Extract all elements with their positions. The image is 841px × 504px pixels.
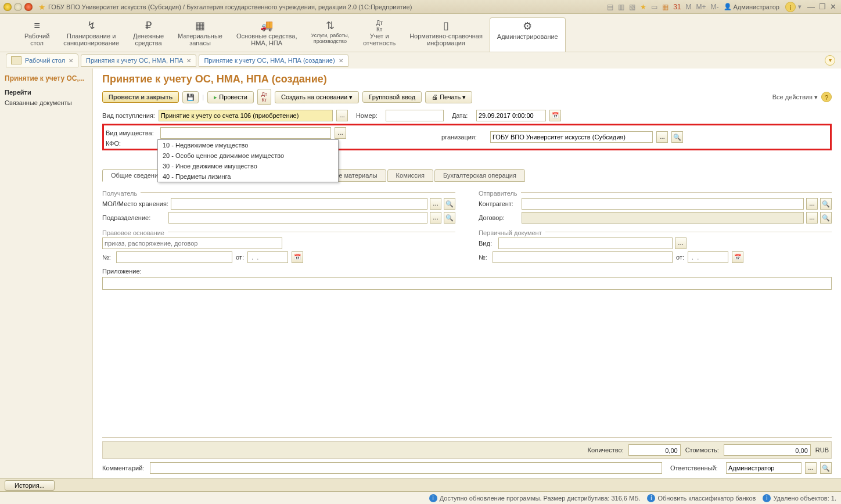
- primary-date-input[interactable]: [688, 251, 728, 263]
- tabs-dropdown-icon[interactable]: ▾: [825, 55, 835, 66]
- kontr-input[interactable]: [522, 198, 804, 210]
- main-menu: ≡Рабочий стол ↯Планирование и санкционир…: [0, 14, 841, 52]
- primary-vid-input[interactable]: [498, 237, 673, 249]
- qty-value: 0,00: [628, 444, 681, 456]
- calendar-icon[interactable]: 31: [672, 3, 682, 11]
- menu-admin[interactable]: ⚙Администрирование: [490, 17, 566, 52]
- all-actions-button[interactable]: Все действия ▾: [772, 93, 818, 101]
- primary-no-input[interactable]: [493, 251, 673, 263]
- dropdown-option[interactable]: 30 - Иное движимое имущество: [158, 161, 338, 171]
- vid-imusch-select-button[interactable]: …: [335, 127, 346, 139]
- titlebar: ★ ГОБУ ВПО Университет искусств (Субсиди…: [0, 0, 841, 14]
- vid-imusch-dropdown: 10 - Недвижимое имущество 20 - Особо цен…: [157, 139, 339, 182]
- menu-accounting[interactable]: Дт КтУчет и отчетность: [356, 17, 402, 52]
- print-button[interactable]: 🖨 Печать ▾: [425, 91, 472, 103]
- status-bar: iДоступно обновление программы. Размер д…: [0, 491, 841, 504]
- org-search-button[interactable]: 🔍: [671, 131, 683, 143]
- group-input-button[interactable]: Групповой ввод: [362, 91, 422, 103]
- kontr-search-button[interactable]: 🔍: [820, 198, 832, 210]
- forward-icon[interactable]: [24, 3, 33, 11]
- comment-input[interactable]: [150, 462, 662, 474]
- vid-post-select-button[interactable]: …: [336, 110, 348, 121]
- maximize-button[interactable]: ❐: [819, 2, 826, 11]
- menu-services[interactable]: ⇅Услуги, работы, производство: [304, 17, 357, 52]
- vid-imusch-input[interactable]: [160, 127, 331, 139]
- legal-no-input[interactable]: [116, 251, 232, 263]
- podrazd-input[interactable]: [168, 212, 427, 224]
- tool-icon[interactable]: ▥: [617, 3, 626, 11]
- responsible-input[interactable]: [726, 462, 802, 474]
- sidebar-related-docs[interactable]: Связанные документы: [5, 98, 88, 108]
- tab-asset-list[interactable]: Принятия к учету ОС, НМА, НПА ✕: [81, 54, 196, 67]
- status-classifier[interactable]: iОбновить классификатор банков: [647, 494, 756, 502]
- menu-money[interactable]: ₽Денежные средства: [126, 17, 171, 52]
- mol-select-button[interactable]: …: [430, 198, 441, 210]
- mol-input[interactable]: [171, 198, 427, 210]
- favorite-star-icon[interactable]: ★: [38, 2, 46, 12]
- dogovor-input[interactable]: [522, 212, 804, 224]
- user-label[interactable]: 👤 Администратор: [724, 3, 779, 10]
- tool-icon[interactable]: ▧: [628, 3, 637, 11]
- tab-desktop[interactable]: Рабочий стол ✕: [6, 53, 78, 67]
- back-icon[interactable]: [14, 3, 22, 11]
- help-icon[interactable]: ?: [821, 92, 832, 102]
- status-update[interactable]: iДоступно обновление программы. Размер д…: [429, 494, 641, 502]
- form-body: Получатель МОЛ/Место хранения:…🔍 Подразд…: [102, 186, 832, 265]
- legal-calendar-button[interactable]: 📅: [292, 251, 303, 263]
- menu-materials[interactable]: ▦Материальные запасы: [171, 17, 229, 52]
- mol-search-button[interactable]: 🔍: [444, 198, 455, 210]
- legal-basis-input[interactable]: [102, 237, 282, 249]
- primary-calendar-button[interactable]: 📅: [732, 251, 743, 263]
- post-and-close-button[interactable]: Провести и закрыть: [102, 91, 179, 103]
- post-button[interactable]: ▸ Провести: [207, 91, 254, 103]
- sidebar-goto[interactable]: Перейти: [5, 87, 88, 98]
- tab-commission[interactable]: Комиссия: [387, 169, 433, 182]
- tab-asset-create[interactable]: Принятие к учету ОС, НМА, НПА (создание)…: [199, 54, 348, 67]
- org-select-button[interactable]: …: [656, 131, 668, 143]
- history-button[interactable]: История...: [5, 480, 55, 491]
- responsible-search-button[interactable]: 🔍: [820, 462, 832, 474]
- dogovor-select-button[interactable]: …: [806, 212, 818, 224]
- responsible-select-button[interactable]: …: [805, 462, 817, 474]
- menu-reference[interactable]: ▯Нормативно-справочная информация: [402, 17, 490, 52]
- podrazd-search-button[interactable]: 🔍: [444, 212, 455, 224]
- star-icon[interactable]: ★: [639, 3, 648, 11]
- grid-icon[interactable]: ▦: [661, 3, 670, 11]
- nomer-input[interactable]: [386, 110, 444, 121]
- legal-title: Правовое основание: [102, 229, 164, 236]
- close-icon[interactable]: ✕: [339, 57, 343, 64]
- dropdown-option[interactable]: 40 - Предметы лизинга: [158, 171, 338, 182]
- close-icon[interactable]: ✕: [69, 57, 73, 64]
- status-deleted[interactable]: iУдалено объектов: 1.: [763, 494, 836, 502]
- create-based-button[interactable]: Создать на основании ▾: [275, 91, 359, 103]
- minimize-button[interactable]: —: [807, 2, 815, 11]
- tool-icon[interactable]: ▭: [650, 3, 659, 11]
- dtkt-button[interactable]: ДтКт: [257, 89, 271, 105]
- org-input[interactable]: [490, 131, 653, 143]
- menu-icon: Дт Кт: [363, 19, 396, 33]
- menu-desktop[interactable]: ≡Рабочий стол: [17, 17, 56, 52]
- help-icon[interactable]: i: [785, 2, 796, 12]
- primary-vid-select-button[interactable]: …: [675, 237, 687, 249]
- vid-post-input[interactable]: [159, 110, 333, 121]
- m-icon[interactable]: M: [684, 3, 692, 11]
- tab-accounting-op[interactable]: Бухгалтерская операция: [434, 169, 525, 182]
- dropdown-icon[interactable]: ▾: [798, 3, 802, 10]
- data-input[interactable]: [476, 110, 546, 121]
- menu-assets[interactable]: 🚚Основные средства, НМА, НПА: [229, 17, 304, 52]
- podrazd-select-button[interactable]: …: [430, 212, 441, 224]
- attach-input[interactable]: [102, 277, 832, 290]
- mminus-icon[interactable]: M-: [710, 3, 720, 11]
- tool-icon[interactable]: ▤: [606, 3, 614, 11]
- mplus-icon[interactable]: M+: [695, 3, 707, 11]
- save-button[interactable]: 💾: [182, 91, 199, 103]
- kontr-select-button[interactable]: …: [806, 198, 818, 210]
- close-button[interactable]: ✕: [830, 2, 836, 11]
- dropdown-option[interactable]: 20 - Особо ценное движимое имущество: [158, 150, 338, 161]
- legal-date-input[interactable]: [247, 251, 288, 263]
- calendar-button[interactable]: 📅: [549, 110, 561, 121]
- dogovor-search-button[interactable]: 🔍: [820, 212, 832, 224]
- menu-planning[interactable]: ↯Планирование и санкционирование: [56, 17, 126, 52]
- close-icon[interactable]: ✕: [186, 57, 191, 64]
- dropdown-option[interactable]: 10 - Недвижимое имущество: [158, 140, 338, 150]
